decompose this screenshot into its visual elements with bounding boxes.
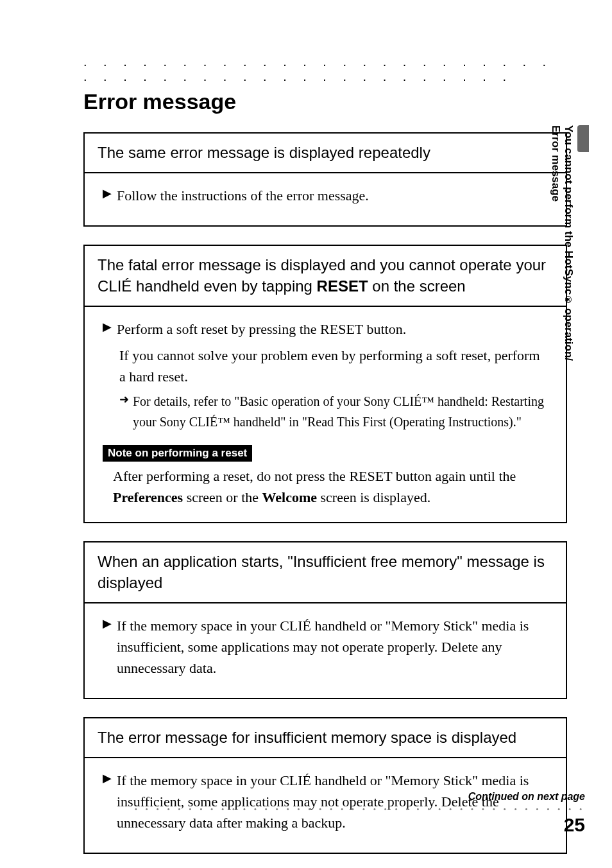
tab-marker <box>577 125 589 152</box>
note-text: After performing a reset, do not press t… <box>113 465 548 508</box>
note-bold2: Welcome <box>262 489 318 505</box>
triangle-icon: ▶ <box>103 318 112 336</box>
reg-mark: ® <box>563 295 574 305</box>
sidebar-line1b: operation/ <box>563 305 575 361</box>
panel-title: The error message for insufficient memor… <box>85 718 566 758</box>
panel-title: The same error message is displayed repe… <box>85 134 566 173</box>
bullet-text: If the memory space in your CLIÉ handhel… <box>117 615 548 679</box>
sidebar-line1: You cannot perform the HotSync <box>563 125 575 295</box>
sidebar-line2: Error message <box>550 125 562 202</box>
page-footer: Continued on next page • • • • • • • • •… <box>135 791 585 836</box>
bullet-text: Perform a soft reset by pressing the RES… <box>117 318 406 340</box>
note-pre: After performing a reset, do not press t… <box>113 468 516 484</box>
panel-title: The fatal error message is displayed and… <box>85 246 566 307</box>
panel-insufficient-memory: When an application starts, "Insufficien… <box>83 541 567 699</box>
triangle-icon: ▶ <box>103 185 112 202</box>
title-bold: RESET <box>317 277 368 295</box>
sidebar-tab: You cannot perform the HotSync® operatio… <box>566 125 585 498</box>
note-label: Note on performing a reset <box>103 445 252 462</box>
arrow-icon: ➜ <box>119 391 129 408</box>
continued-label: Continued on next page <box>135 791 585 803</box>
bullet-text: Follow the instructions of the error mes… <box>117 185 369 206</box>
title-post: on the screen <box>368 277 466 295</box>
footer-dots: • • • • • • • • • • • • • • • • • • • • … <box>135 805 585 813</box>
sub-text: If you cannot solve your problem even by… <box>119 345 548 387</box>
sidebar-text: You cannot perform the HotSync® operatio… <box>549 125 575 361</box>
note-mid: screen or the <box>183 489 262 505</box>
note-bold1: Preferences <box>113 489 183 505</box>
decorative-dots: . . . . . . . . . . . . . . . . . . . . … <box>83 55 567 84</box>
note-post: screen is displayed. <box>317 489 430 505</box>
panel-fatal-error: The fatal error message is displayed and… <box>83 245 567 523</box>
arrow-text: For details, refer to "Basic operation o… <box>133 391 548 432</box>
triangle-icon: ▶ <box>103 770 112 787</box>
panel-title: When an application starts, "Insufficien… <box>85 542 566 603</box>
page-number: 25 <box>564 814 585 835</box>
panel-same-error: The same error message is displayed repe… <box>83 132 567 227</box>
triangle-icon: ▶ <box>103 615 112 632</box>
page-title: Error message <box>83 89 567 114</box>
